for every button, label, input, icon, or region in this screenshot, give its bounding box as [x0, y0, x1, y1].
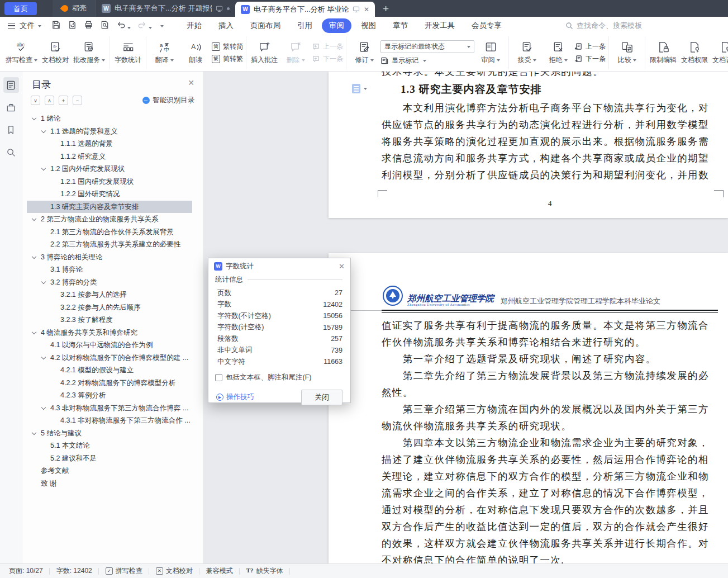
chevron-down-icon[interactable]	[32, 430, 36, 434]
close-button[interactable]: 关闭	[301, 390, 342, 405]
spell-check-button[interactable]: abc 拼写检查	[4, 40, 39, 66]
menu-tab[interactable]: 开发工具	[417, 18, 462, 33]
checkbox-icon[interactable]	[215, 374, 222, 381]
toc-item[interactable]: 5.1 本文结论	[27, 439, 192, 452]
delete-comment-button[interactable]: 删除	[280, 40, 311, 66]
menu-tab[interactable]: 会员专享	[464, 18, 509, 33]
toc-item[interactable]: 3.2 博弈的分类	[27, 276, 192, 289]
chevron-down-icon[interactable]	[41, 279, 46, 283]
document-permission-button[interactable]: 文档权限	[679, 40, 710, 66]
chevron-down-icon[interactable]	[32, 216, 36, 221]
toc-item[interactable]: 5.2 建议和不足	[27, 452, 192, 465]
toc-item[interactable]: 4.2.2 对称物流服务下的博弈模型分析	[27, 377, 192, 390]
statusbar-item[interactable]: 兼容模式	[199, 567, 240, 575]
redo-button[interactable]	[137, 20, 152, 31]
hamburger-icon[interactable]	[8, 23, 15, 29]
tab-docer[interactable]: 稻壳	[53, 0, 96, 17]
next-comment-button[interactable]: 下一条	[312, 54, 343, 64]
new-tab-button[interactable]: +	[383, 3, 389, 14]
chevron-down-icon[interactable]	[32, 254, 36, 258]
close-tab-icon[interactable]: ✕	[364, 6, 369, 13]
compare-button[interactable]: 比较	[612, 40, 642, 66]
chevron-down-icon[interactable]	[41, 128, 46, 132]
share-screen-icon[interactable]	[353, 6, 360, 13]
statusbar-item[interactable]: ✕ 文档校对	[149, 567, 199, 575]
next-change-button[interactable]: 下一条	[574, 54, 606, 64]
outline-nav-button[interactable]: ∧	[45, 96, 54, 105]
command-search[interactable]: 查找命令、搜索模板	[565, 21, 642, 31]
chevron-down-icon[interactable]	[41, 405, 46, 409]
previous-comment-button[interactable]: 上一条	[312, 42, 343, 51]
toc-item[interactable]: 3 博弈论的相关理论	[27, 251, 192, 264]
document-authentication-button[interactable]: 文档认证	[711, 40, 728, 66]
share-screen-icon[interactable]	[216, 5, 223, 12]
show-markup-button[interactable]: 显示标记	[380, 56, 474, 65]
menu-tab[interactable]: 页面布局	[243, 18, 288, 33]
toc-item[interactable]: 4 物流服务共享关系和博弈研究	[27, 326, 192, 339]
review-pane-button[interactable]: 审阅	[475, 40, 506, 66]
close-icon[interactable]: ✕	[339, 262, 345, 271]
reject-change-button[interactable]: 拒绝	[543, 40, 573, 66]
previous-change-button[interactable]: 上一条	[574, 42, 606, 51]
proofread-button[interactable]: a- 文档校对	[40, 40, 70, 66]
outline-nav-button[interactable]: ∨	[31, 96, 40, 105]
tab-home[interactable]: 首页	[4, 2, 37, 15]
translate-button[interactable]: a中 翻译	[149, 40, 179, 66]
toc-item[interactable]: 1.1.1 选题的背景	[27, 138, 192, 150]
toc-item[interactable]: 3.2.3 按了解程度	[27, 314, 192, 326]
toc-item[interactable]: 1.1.2 研究意义	[27, 150, 192, 163]
export-button[interactable]	[68, 20, 77, 31]
toc-item[interactable]: 3.2.1 按参与人的选择	[27, 288, 192, 301]
statusbar-item[interactable]: 页面: 10/27	[2, 567, 50, 575]
include-footnotes-checkbox[interactable]: 包括文本框、脚注和尾注(F)	[215, 373, 342, 382]
toc-item[interactable]: 1.3 研究主要内容及章节安排	[27, 201, 192, 214]
track-changes-button[interactable]: 修订	[349, 40, 379, 66]
print-button[interactable]	[84, 20, 93, 31]
toc-item[interactable]: 5 结论与建议	[27, 427, 192, 440]
menu-tab[interactable]: 引用	[290, 18, 320, 33]
statusbar-item[interactable]: T? 缺失字体	[240, 567, 290, 575]
toc-item[interactable]: 3.2.2 按参与人的先后顺序	[27, 301, 192, 314]
undo-button[interactable]	[116, 20, 131, 31]
menu-tab[interactable]: 审阅	[322, 18, 351, 33]
tab-document-2-active[interactable]: 电子商务平台下...分析 毕业论文 ✕	[235, 2, 375, 17]
word-count-button[interactable]: 字数统计	[113, 40, 143, 66]
chevron-down-icon[interactable]	[32, 116, 36, 120]
chevron-down-icon[interactable]	[41, 166, 46, 170]
toc-item[interactable]: 1 绪论	[27, 112, 192, 125]
statusbar-item[interactable]: 字数: 12402	[50, 567, 99, 575]
menu-tab[interactable]: 插入	[211, 18, 241, 33]
toc-item[interactable]: 参考文献	[27, 465, 192, 477]
smart-recognize-toc-button[interactable]: 智能识别目录	[142, 96, 194, 105]
menu-tab[interactable]: 章节	[386, 18, 415, 33]
chevron-down-icon[interactable]	[41, 354, 46, 359]
toc-item[interactable]: 2 第三方物流企业的物流服务共享关系	[27, 213, 192, 226]
toc-item[interactable]: 4.3 非对称物流服务下第三方物流合作博弈 ...	[27, 402, 192, 415]
outline-nav-button[interactable]: −	[73, 96, 82, 105]
file-menu[interactable]: 文件	[20, 21, 41, 31]
toc-item[interactable]: 1.1 选题的背景和意义	[27, 125, 192, 138]
redo-dropdown-icon[interactable]	[149, 27, 152, 31]
toc-item[interactable]: 2.1 第三方物流的合作伙伴关系发展背景	[27, 226, 192, 239]
menu-tab[interactable]: 视图	[354, 18, 383, 33]
document-page-4[interactable]: 技术寻求。本文主要研究的是合作关系的问题。 1.3 研究主要内容及章节安排 本文…	[329, 72, 728, 218]
toc-item[interactable]: 1.2.2 国外研究情况	[27, 188, 192, 201]
print-preview-button[interactable]	[100, 20, 110, 31]
toc-item[interactable]: 3.1 博弈论	[27, 263, 192, 276]
search-pane-button[interactable]	[3, 144, 19, 160]
tab-document-1[interactable]: 电子商务平台下...分析 开题报告	[96, 0, 235, 17]
menu-tab[interactable]: 开始	[179, 18, 209, 33]
document-page-5[interactable]: 郑州航空工业管理学院 Zhengzhou University of Aeron…	[329, 253, 728, 563]
traditional-to-simplified-button[interactable]: 简 繁转简	[212, 42, 243, 51]
chapter-pane-button[interactable]	[3, 100, 19, 115]
save-button[interactable]	[51, 20, 61, 31]
toc-item[interactable]: 1.2 国内外研究发展现状	[27, 163, 192, 176]
close-icon[interactable]: ✕	[188, 78, 194, 87]
insert-comment-button[interactable]: 插入批注	[249, 40, 279, 66]
read-aloud-button[interactable]: A 朗读	[180, 40, 211, 66]
toc-item[interactable]: 致 谢	[27, 477, 192, 490]
chevron-down-icon[interactable]	[32, 329, 36, 334]
undo-dropdown-icon[interactable]	[127, 27, 131, 31]
simplified-to-traditional-button[interactable]: 繁 简转繁	[212, 54, 243, 64]
restrict-editing-button[interactable]: 限制编辑	[648, 40, 678, 66]
